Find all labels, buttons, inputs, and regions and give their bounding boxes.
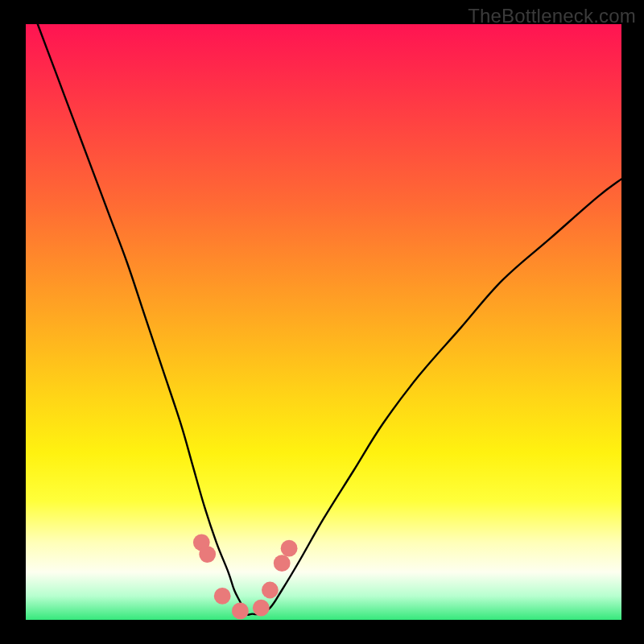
marker-dot: [214, 588, 231, 605]
marker-dots-group: [193, 534, 298, 619]
bottleneck-curve: [38, 24, 621, 615]
marker-dot: [262, 582, 279, 599]
marker-dot: [274, 555, 291, 572]
marker-dot: [281, 540, 298, 557]
chart-frame: TheBottleneck.com: [0, 0, 644, 644]
marker-dot: [253, 600, 270, 617]
marker-dot: [232, 603, 249, 620]
plot-area: [26, 24, 621, 620]
marker-dot: [199, 546, 216, 563]
chart-svg: [26, 24, 621, 620]
